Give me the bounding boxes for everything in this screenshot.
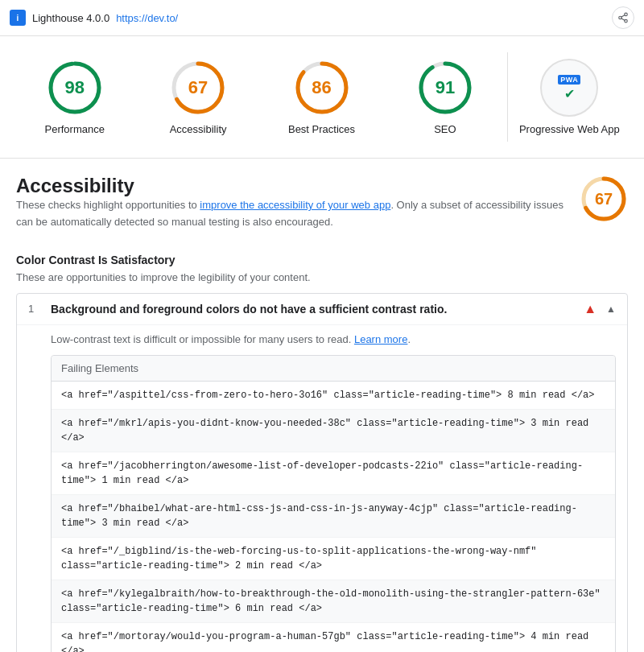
failing-element-row: <a href="/bhaibel/what-are-html-css-js-a… xyxy=(52,495,615,538)
accessibility-circle: 67 xyxy=(169,59,227,117)
performance-label: Performance xyxy=(44,123,104,135)
audit-detail: Low-contrast text is difficult or imposs… xyxy=(17,324,627,652)
section-score: 67 xyxy=(595,190,613,208)
pwa-check-icon: ✔ xyxy=(564,86,575,101)
audit-detail-text: Low-contrast text is difficult or imposs… xyxy=(51,333,616,345)
seo-circle: 91 xyxy=(416,59,474,117)
failing-element-row: <a href="/mortoray/would-you-program-a-h… xyxy=(52,623,615,652)
score-performance[interactable]: 98 Performance xyxy=(13,52,136,142)
audit-item-text: Background and foreground colors do not … xyxy=(51,303,574,316)
svg-line-3 xyxy=(621,19,625,20)
audit-item-number: 1 xyxy=(28,303,41,315)
accessibility-label: Accessibility xyxy=(170,123,227,135)
pwa-circle: PWA ✔ xyxy=(540,59,598,117)
chevron-up-icon: ▲ xyxy=(606,303,616,315)
learn-more-link[interactable]: Learn more xyxy=(354,333,407,345)
pwa-badge: PWA xyxy=(558,75,580,85)
section-title: Accessibility xyxy=(16,175,580,197)
section-score-circle: 67 xyxy=(580,175,628,223)
score-accessibility[interactable]: 67 Accessibility xyxy=(136,52,259,142)
score-best-practices[interactable]: 86 Best Practices xyxy=(260,52,383,142)
audit-group: Color Contrast Is Satisfactory These are… xyxy=(16,254,628,652)
failing-element-row: <a href="/jacobherrington/awesome-list-o… xyxy=(52,452,615,495)
audit-item: 1 Background and foreground colors do no… xyxy=(16,293,628,652)
share-button[interactable] xyxy=(612,6,634,29)
section-description: These checks highlight opportunities to … xyxy=(16,197,580,231)
main-content: Accessibility These checks highlight opp… xyxy=(0,159,644,652)
scores-section: 98 Performance 67 Accessibility 86 Best … xyxy=(0,36,644,159)
warning-icon: ▲ xyxy=(584,302,597,316)
best-practices-label: Best Practices xyxy=(288,123,355,135)
failing-element-row: <a href="/aspittel/css-from-zero-to-hero… xyxy=(52,382,615,410)
failing-element-row: <a href="/_bigblind/is-the-web-forcing-u… xyxy=(52,538,615,580)
seo-score: 91 xyxy=(436,77,455,98)
header: i Lighthouse 4.0.0 https://dev.to/ xyxy=(0,0,644,36)
lighthouse-icon: i xyxy=(10,10,26,26)
failing-element-row: <a href="/kylegalbraith/how-to-breakthro… xyxy=(52,580,615,623)
failing-elements-section: Failing Elements <a href="/aspittel/css-… xyxy=(51,355,616,652)
pwa-label: Progressive Web App xyxy=(519,123,620,135)
failing-elements-list: <a href="/aspittel/css-from-zero-to-hero… xyxy=(52,382,615,652)
performance-score: 98 xyxy=(64,77,84,98)
seo-label: SEO xyxy=(434,123,456,135)
failing-elements-title: Failing Elements xyxy=(52,356,615,382)
accessibility-score: 67 xyxy=(188,77,208,98)
best-practices-score: 86 xyxy=(312,77,331,98)
audit-group-subtitle: These are opportunities to improve the l… xyxy=(16,271,628,283)
failing-element-row: <a href="/mkrl/apis-you-didnt-know-you-n… xyxy=(52,410,615,452)
audit-item-header[interactable]: 1 Background and foreground colors do no… xyxy=(17,294,627,324)
score-pwa[interactable]: PWA ✔ Progressive Web App xyxy=(507,52,631,142)
score-seo[interactable]: 91 SEO xyxy=(383,52,506,142)
best-practices-circle: 86 xyxy=(293,59,351,117)
accessibility-link[interactable]: improve the accessibility of your web ap… xyxy=(200,199,390,211)
section-header: Accessibility These checks highlight opp… xyxy=(16,175,628,247)
app-title: Lighthouse 4.0.0 xyxy=(32,12,109,24)
url-link[interactable]: https://dev.to/ xyxy=(116,12,178,24)
audit-group-title: Color Contrast Is Satisfactory xyxy=(16,254,628,266)
performance-circle: 98 xyxy=(46,59,104,117)
svg-line-4 xyxy=(621,15,625,17)
